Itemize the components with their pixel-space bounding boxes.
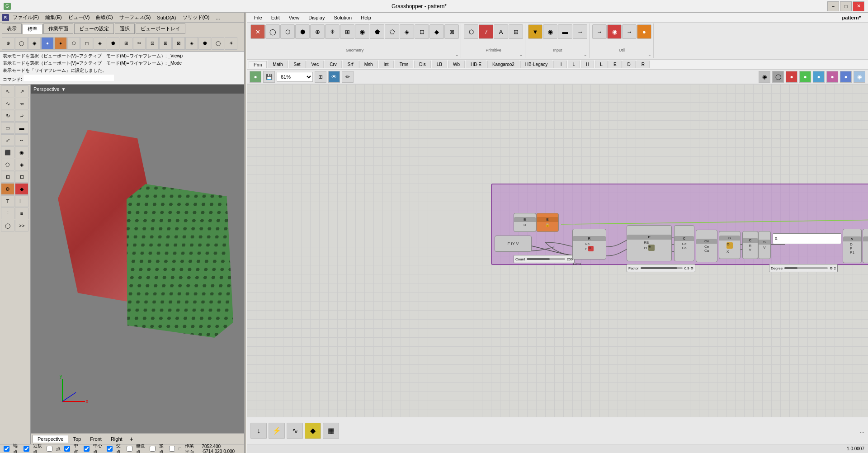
- rhino-icon-ghost[interactable]: ◻: [80, 37, 93, 50]
- tool-box[interactable]: ⬛: [1, 146, 14, 158]
- rhino-icon-shade[interactable]: ●: [41, 37, 54, 50]
- rhino-icon-eye[interactable]: ◈: [185, 37, 198, 50]
- gh-count-slider[interactable]: Count 200: [514, 255, 575, 263]
- rhino-icon-wire[interactable]: ⬡: [67, 37, 80, 50]
- menu-solid[interactable]: ソリッド(O): [180, 13, 212, 22]
- rhino-icon-tech[interactable]: ⊞: [120, 37, 132, 50]
- tool-rotate[interactable]: ↻: [1, 110, 14, 122]
- tool-sphere2[interactable]: ◉: [15, 146, 28, 158]
- gh-node-e[interactable]: E 🔒: [536, 213, 559, 232]
- gh-color-btn3[interactable]: ●: [826, 71, 838, 83]
- gh-geo-icon-param7[interactable]: ⊠: [444, 24, 459, 39]
- gh-util-icon1[interactable]: →: [592, 24, 607, 39]
- gh-node-cldtms[interactable]: C LDTms: [863, 229, 868, 263]
- degree-slider-track[interactable]: [784, 267, 828, 269]
- gh-tab-hblegacy[interactable]: HB-Legacy: [520, 61, 552, 68]
- gh-tab-hbe[interactable]: HB-E: [466, 61, 486, 68]
- viewport-dropdown-icon[interactable]: ▼: [61, 87, 66, 92]
- minimize-button[interactable]: −: [827, 1, 839, 11]
- gh-canvas[interactable]: B D E 🔒 F tY V Count 200 R: [247, 84, 868, 417]
- viewport-tab-right[interactable]: Right: [106, 435, 127, 443]
- gh-tab-dis[interactable]: Dis: [414, 61, 430, 68]
- snap-misc[interactable]: [169, 446, 175, 452]
- viewport-header[interactable]: Perspective ▼: [31, 85, 244, 94]
- gh-input-icon1[interactable]: ▼: [528, 24, 542, 39]
- gh-node-gox[interactable]: G ⚙ X: [719, 231, 741, 259]
- maximize-button[interactable]: □: [840, 1, 852, 11]
- gh-menu-view[interactable]: View: [285, 14, 303, 21]
- gh-wire-btn[interactable]: ◯: [772, 71, 784, 83]
- factor-slider-track[interactable]: [641, 267, 683, 269]
- rhino-icon-clip[interactable]: ✂: [133, 37, 146, 50]
- gh-geo-icon-param3[interactable]: ⬠: [385, 24, 399, 39]
- rhino-icon-light[interactable]: ◯: [212, 37, 224, 50]
- gh-sphere-btn[interactable]: ◉: [759, 71, 770, 83]
- tool-curve2[interactable]: ⤼: [15, 98, 28, 109]
- tab-viewport-settings[interactable]: ビューの設定: [74, 24, 114, 34]
- gh-geo-icon-param6[interactable]: ◆: [429, 24, 444, 39]
- gh-menu-edit[interactable]: Edit: [268, 14, 283, 21]
- gh-node-cvceca[interactable]: Cv CeCa: [696, 230, 717, 262]
- gh-tab-trns[interactable]: Trns: [395, 61, 414, 68]
- gh-bottom-icon4[interactable]: ◆: [305, 423, 321, 439]
- gh-tab-srf[interactable]: Srf: [343, 61, 359, 68]
- tool-surface1[interactable]: ⬠: [1, 159, 14, 170]
- gh-color-btn1[interactable]: ●: [799, 71, 811, 83]
- gh-menu-file[interactable]: File: [250, 14, 266, 21]
- tab-select[interactable]: 選択: [115, 24, 135, 34]
- viewport-tab-add[interactable]: +: [127, 434, 136, 444]
- tool-misc3[interactable]: ◯: [1, 220, 14, 231]
- gh-prim-icon3[interactable]: A: [494, 24, 508, 39]
- tool-dim[interactable]: ⊢: [15, 195, 28, 207]
- menu-curve[interactable]: 曲線(C): [93, 13, 115, 22]
- tool-rect2[interactable]: ▬: [15, 122, 28, 134]
- tool-mesh1[interactable]: ⊞: [1, 171, 14, 183]
- gh-menu-display[interactable]: Display: [305, 14, 328, 21]
- rhino-icon-sun[interactable]: ☀: [225, 37, 237, 50]
- gh-tab-lb[interactable]: LB: [432, 61, 447, 68]
- tool-curve1[interactable]: ∿: [1, 98, 14, 109]
- gh-geo-icon4[interactable]: ⬢: [295, 24, 310, 39]
- gh-node-rrop[interactable]: R Ro P⊕: [572, 229, 606, 260]
- gh-tab-kangaroo[interactable]: Kangaroo2: [487, 61, 519, 68]
- tab-standard[interactable]: 標準: [23, 24, 42, 34]
- gh-bottom-icon1[interactable]: ↓: [250, 423, 267, 439]
- tool-snap[interactable]: ⚙: [1, 183, 14, 195]
- gh-menu-solution[interactable]: Solution: [330, 14, 355, 21]
- gh-tab-d[interactable]: D: [623, 61, 636, 68]
- gh-tab-vec[interactable]: Vec: [307, 61, 324, 68]
- gh-input-icon4[interactable]: →: [573, 24, 587, 39]
- rhino-icon-grid2[interactable]: ⊞: [159, 37, 172, 50]
- rhino-icon-sphere[interactable]: ⊕: [2, 37, 14, 50]
- gh-prim-icon1[interactable]: ⬡: [464, 24, 478, 39]
- tool-move2[interactable]: ↔: [15, 134, 28, 146]
- gh-eye-button[interactable]: 👁: [328, 71, 340, 83]
- tab-viewport-layout[interactable]: ビューポートレイ: [136, 24, 185, 34]
- gh-node-prbpi[interactable]: P RB PI◈: [627, 225, 672, 261]
- gh-node-sv[interactable]: S V: [758, 231, 771, 259]
- gh-new-button[interactable]: ●: [250, 71, 261, 83]
- gh-bottom-icon2[interactable]: ⚡: [269, 423, 285, 439]
- gh-util-icon2[interactable]: ◉: [607, 24, 622, 39]
- gh-node-cceca[interactable]: C CeCa: [674, 225, 694, 261]
- gh-menu-help[interactable]: Help: [357, 14, 375, 21]
- tab-workplane[interactable]: 作業平面: [43, 24, 73, 34]
- gh-input-icon3[interactable]: ▬: [558, 24, 572, 39]
- gh-tab-h1[interactable]: H: [553, 61, 566, 68]
- menu-file[interactable]: ファイル(F): [10, 13, 42, 22]
- gh-tab-prm[interactable]: Prm: [249, 61, 267, 68]
- tool-text[interactable]: T: [1, 195, 14, 207]
- gh-tab-l1[interactable]: L: [568, 61, 580, 68]
- rhino-logo[interactable]: R: [2, 14, 9, 21]
- menu-subd[interactable]: SubD(A): [154, 14, 179, 21]
- rhino-icon-cam[interactable]: ⊠: [172, 37, 185, 50]
- gh-node-ftyv[interactable]: F tY V: [495, 236, 532, 252]
- gh-fit-button[interactable]: ⊞: [315, 71, 326, 83]
- gh-tab-h2[interactable]: H: [581, 61, 594, 68]
- gh-util-icon4[interactable]: ●: [637, 24, 651, 39]
- rhino-icon-grid1[interactable]: ⊡: [146, 37, 159, 50]
- gh-node-vdpp1[interactable]: V DPP1: [843, 229, 862, 263]
- gh-node-bd[interactable]: B D: [514, 213, 536, 232]
- snap-nearpoint[interactable]: [24, 446, 29, 452]
- tab-display[interactable]: 表示: [2, 24, 22, 34]
